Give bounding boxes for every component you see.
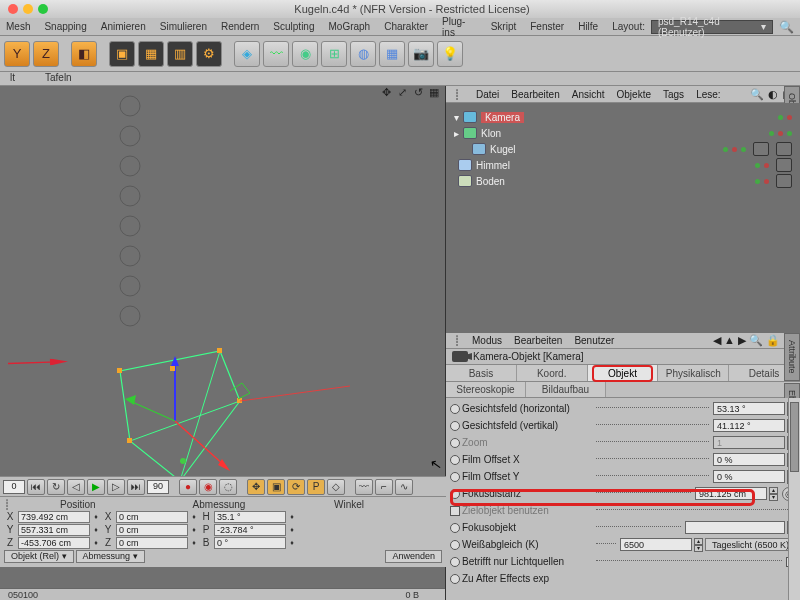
pos-x-input[interactable]: 739.492 cm (18, 511, 90, 523)
tree-row-klon[interactable]: ▸ Klon (454, 125, 792, 141)
focus-input[interactable]: 981.125 cm (695, 487, 767, 500)
fov-h-input[interactable]: 53.13 ° (713, 402, 785, 415)
tree-row-kugel[interactable]: Kugel (454, 141, 792, 157)
anim-dot-icon[interactable] (450, 557, 460, 567)
spline-button[interactable]: ∿ (395, 479, 413, 495)
tree-row-kamera[interactable]: ▾ Kamera (454, 109, 792, 125)
prop-offx[interactable]: Film Offset X 0 % ▴▾ (450, 451, 796, 468)
render-settings-button[interactable]: ▦ (138, 41, 164, 67)
tab-koord[interactable]: Koord. (517, 365, 588, 381)
prop-offy[interactable]: Film Offset Y 0 % ▴▾ (450, 468, 796, 485)
prop-lichtquellen[interactable]: Betrifft nur Lichtquellen (450, 553, 796, 570)
views-icon[interactable]: ▦ (427, 86, 441, 100)
prim-array-button[interactable]: ⊞ (321, 41, 347, 67)
prop-fov-v[interactable]: Gesichtsfeld (vertikal) 41.112 ° ▴▾ (450, 417, 796, 434)
pos-y-input[interactable]: 557.331 cm (18, 524, 90, 536)
attr-lock-icon[interactable]: 🔒 (766, 334, 780, 347)
abm-z-input[interactable]: 0 cm (116, 537, 188, 549)
menu-mesh[interactable]: Mesh (6, 21, 30, 32)
wb-input[interactable]: 6500 (620, 538, 692, 551)
fokusobj-input[interactable] (685, 521, 785, 534)
objmenu-bearbeiten[interactable]: Bearbeiten (511, 89, 559, 100)
objmenu-objekte[interactable]: Objekte (617, 89, 651, 100)
step-fwd-button[interactable]: ▷ (107, 479, 125, 495)
objmenu-lese[interactable]: Lese: (696, 89, 720, 100)
viewport-ruler[interactable]: 0 50 100 0 B (0, 588, 445, 600)
prim-deformer-button[interactable]: ◍ (350, 41, 376, 67)
menu-simulieren[interactable]: Simulieren (160, 21, 207, 32)
material-tag2-icon[interactable] (776, 142, 792, 156)
anim-dot-icon[interactable] (450, 574, 460, 584)
key-param-button[interactable]: P (307, 479, 325, 495)
attr-search-icon[interactable]: 🔍 (749, 334, 763, 347)
render-frame-button[interactable]: ▣ (109, 41, 135, 67)
key-rotate-button[interactable]: ⟳ (287, 479, 305, 495)
objmenu-ansicht[interactable]: Ansicht (572, 89, 605, 100)
abm-y-input[interactable]: 0 cm (116, 524, 188, 536)
render-queue-button[interactable]: ▥ (167, 41, 193, 67)
prop-focus[interactable]: Fokusdistanz 981.125 cm ▴▾ ◎ (450, 485, 796, 502)
pos-z-input[interactable]: -453.706 cm (18, 537, 90, 549)
obj-search-icon[interactable]: 🔍 (750, 88, 764, 101)
picture-viewer-button[interactable]: ⚙ (196, 41, 222, 67)
anim-dot-icon[interactable] (450, 540, 460, 550)
record-button[interactable]: ● (179, 479, 197, 495)
fov-v-input[interactable]: 41.112 ° (713, 419, 785, 432)
goto-start-button[interactable]: ⏮ (27, 479, 45, 495)
spinner-icon[interactable]: ▴▾ (769, 487, 778, 500)
menu-sculpting[interactable]: Sculpting (273, 21, 314, 32)
tab-objekt[interactable]: Objekt (588, 365, 659, 381)
sky-tag-icon[interactable] (776, 158, 792, 172)
obj-eye-icon[interactable]: ◐ (768, 88, 778, 101)
tree-row-boden[interactable]: Boden (454, 173, 792, 189)
anim-dot-icon[interactable] (450, 455, 460, 465)
menu-rendern[interactable]: Rendern (221, 21, 259, 32)
menu-charakter[interactable]: Charakter (384, 21, 428, 32)
tab-basis[interactable]: Basis (446, 365, 517, 381)
attr-scrollbar[interactable] (788, 398, 800, 600)
step-button[interactable]: ⌐ (375, 479, 393, 495)
menu-hilfe[interactable]: Hilfe (578, 21, 598, 32)
attr-menu-benutzer[interactable]: Benutzer (574, 335, 614, 346)
frame-start-field[interactable]: 0 (3, 480, 25, 494)
keyframe-options-button[interactable]: ◌ (219, 479, 237, 495)
refresh-button[interactable]: ↻ (47, 479, 65, 495)
offx-input[interactable]: 0 % (713, 453, 785, 466)
menu-fenster[interactable]: Fenster (530, 21, 564, 32)
anim-dot-icon[interactable] (450, 404, 460, 414)
attr-menu-bearbeiten[interactable]: Bearbeiten (514, 335, 562, 346)
win-h-input[interactable]: 35.1 ° (214, 511, 286, 523)
autokey-button[interactable]: ◉ (199, 479, 217, 495)
offy-input[interactable]: 0 % (713, 470, 785, 483)
material-tag-icon[interactable] (753, 142, 769, 156)
prim-env-button[interactable]: ▦ (379, 41, 405, 67)
anim-dot-icon[interactable] (450, 421, 460, 431)
tab-attribute[interactable]: Attribute (784, 333, 800, 381)
prim-nurbs-button[interactable]: ◉ (292, 41, 318, 67)
win-b-input[interactable]: 0 ° (214, 537, 286, 549)
cube-tool-button[interactable]: ◧ (71, 41, 97, 67)
win-p-input[interactable]: -23.784 ° (214, 524, 286, 536)
axis-y-button[interactable]: Y (4, 41, 30, 67)
key-scale-button[interactable]: ▣ (267, 479, 285, 495)
prop-fov-h[interactable]: Gesichtsfeld (horizontal) 53.13 ° ▴▾ (450, 400, 796, 417)
fcurve-button[interactable]: 〰 (355, 479, 373, 495)
zoom-window-button[interactable] (38, 4, 48, 14)
anim-dot-icon[interactable] (450, 472, 460, 482)
objmenu-tags[interactable]: Tags (663, 89, 684, 100)
step-back-button[interactable]: ◁ (67, 479, 85, 495)
menu-animieren[interactable]: Animieren (101, 21, 146, 32)
attr-back-icon[interactable]: ◀ (713, 334, 721, 347)
object-tree[interactable]: ▾ Kamera ▸ Klon Kugel Himmel (446, 103, 800, 333)
zoom-icon[interactable]: ⤢ (395, 86, 409, 100)
tab-bildaufbau[interactable]: Bildaufbau (526, 382, 606, 397)
menu-mograph[interactable]: MoGraph (329, 21, 371, 32)
prop-fokusobjekt[interactable]: Fokusobjekt ▸ (450, 519, 796, 536)
attr-up-icon[interactable]: ▲ (724, 334, 735, 347)
key-pla-button[interactable]: ◇ (327, 479, 345, 495)
coord-apply-button[interactable]: Anwenden (385, 550, 442, 563)
frame-end-field[interactable]: 90 (147, 480, 169, 494)
coord-mode-button[interactable]: Objekt (Rel) ▾ (4, 550, 74, 563)
axis-z-button[interactable]: Z (33, 41, 59, 67)
objmenu-datei[interactable]: Datei (476, 89, 499, 100)
